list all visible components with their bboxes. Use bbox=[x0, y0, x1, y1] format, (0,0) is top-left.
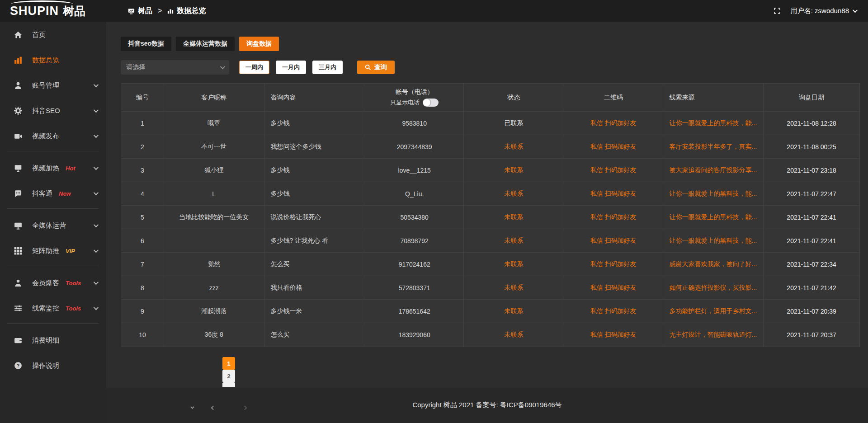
sidebar-item-lead-monitor[interactable]: 线索监控 Tools bbox=[0, 298, 106, 319]
sidebar-item-video-publish[interactable]: 视频发布 bbox=[0, 126, 106, 146]
range-week-button[interactable]: 一周内 bbox=[239, 61, 269, 74]
col-header-nickname: 客户昵称 bbox=[164, 84, 264, 112]
breadcrumb-item-home[interactable]: 树品 bbox=[128, 6, 152, 16]
logo-arc bbox=[11, 0, 73, 8]
sidebar-item-label: 账号管理 bbox=[32, 81, 59, 90]
cell-source-link[interactable]: 感谢大家喜欢我家，被问了好... bbox=[663, 253, 764, 276]
sidebar-item-data-overview[interactable]: 数据总览 bbox=[0, 50, 106, 70]
cell-date: 2021-11-07 20:37 bbox=[764, 323, 859, 347]
help-icon: ? bbox=[14, 362, 22, 370]
cell-status: 未联系 bbox=[464, 135, 564, 159]
cell-source-link[interactable]: 多功能护栏灯，适用于乡村文... bbox=[663, 300, 764, 323]
cell-inquiry: 多少钱 bbox=[264, 182, 366, 206]
cell-qr-action[interactable]: 私信 扫码加好友 bbox=[564, 276, 663, 300]
cell-qr-action[interactable]: 私信 扫码加好友 bbox=[564, 300, 663, 323]
user-menu[interactable]: 用户名: zswodun88 bbox=[791, 7, 856, 15]
cell-source-link[interactable]: 让你一眼就爱上的黑科技，能... bbox=[663, 112, 764, 135]
cell-qr-action[interactable]: 私信 扫码加好友 bbox=[564, 253, 663, 276]
chat-icon bbox=[14, 189, 22, 198]
filter-bar: 请选择 一周内 一月内 三月内 查询 bbox=[121, 60, 860, 75]
search-icon bbox=[365, 64, 371, 70]
cell-date: 2021-11-07 23:18 bbox=[764, 159, 859, 182]
cell-source-link[interactable]: 被大家追着问的客厅投影分享... bbox=[663, 159, 764, 182]
sidebar-item-omni-media[interactable]: 全媒体运营 bbox=[0, 215, 106, 236]
page-button-1[interactable]: 1 bbox=[222, 357, 235, 370]
tab-inquiry-data[interactable]: 询盘数据 bbox=[239, 37, 279, 51]
header-right: 用户名: zswodun88 bbox=[774, 7, 868, 15]
sidebar-divider bbox=[7, 266, 99, 266]
sidebar-item-label: 全媒体运营 bbox=[32, 221, 66, 230]
breadcrumb-home-label: 树品 bbox=[138, 6, 152, 16]
sidebar-item-instructions[interactable]: ? 操作说明 bbox=[0, 355, 106, 376]
cell-qr-action[interactable]: 私信 扫码加好友 bbox=[564, 323, 663, 347]
breadcrumb-item-current[interactable]: 数据总览 bbox=[167, 6, 206, 16]
sidebar-item-matrix-boost[interactable]: 矩阵助推 VIP bbox=[0, 240, 106, 261]
cell-account: love__1215 bbox=[365, 159, 464, 182]
top-header: SHUPIN 树品 树品 > 数据总览 用户名: zswodun88 bbox=[0, 0, 868, 22]
sidebar-divider bbox=[7, 151, 99, 151]
cell-qr-action[interactable]: 私信 扫码加好友 bbox=[564, 135, 663, 159]
data-tabs: 抖音seo数据 全媒体运营数据 询盘数据 bbox=[121, 37, 860, 51]
heat-screen-icon bbox=[14, 164, 22, 173]
table-row: 5当地比较能吃的一位美女说说价格让我死心50534380未联系私信 扫码加好友让… bbox=[121, 206, 859, 229]
cell-source-link[interactable]: 让你一眼就爱上的黑科技，能... bbox=[663, 229, 764, 253]
hot-badge: Hot bbox=[66, 165, 75, 172]
cell-account: 572803371 bbox=[365, 276, 464, 300]
cell-source-link[interactable]: 如何正确选择投影仪，买投影... bbox=[663, 276, 764, 300]
chevron-down-icon bbox=[220, 64, 225, 69]
cell-account: 183929060 bbox=[365, 323, 464, 347]
table-row: 6多少钱? 让我死心 看70898792未联系私信 扫码加好友让你一眼就爱上的黑… bbox=[121, 229, 859, 253]
quick-range-group: 一周内 一月内 三月内 bbox=[239, 61, 343, 74]
monitor-small-icon bbox=[128, 8, 135, 14]
filter-select[interactable]: 请选择 bbox=[121, 60, 229, 75]
tools-badge: Tools bbox=[66, 280, 81, 287]
query-button[interactable]: 查询 bbox=[357, 61, 395, 74]
bar-chart-icon bbox=[14, 56, 22, 65]
cell-source-link[interactable]: 无主灯设计，智能磁吸轨道灯... bbox=[663, 323, 764, 347]
cell-inquiry: 多少钱一米 bbox=[264, 300, 366, 323]
sidebar-item-home[interactable]: 首页 bbox=[0, 24, 106, 45]
cell-status: 未联系 bbox=[464, 323, 564, 347]
sidebar-item-video-heat[interactable]: 视频加热 Hot bbox=[0, 158, 106, 179]
cell-status: 未联系 bbox=[464, 300, 564, 323]
tab-omni-media-data[interactable]: 全媒体运营数据 bbox=[176, 37, 235, 51]
page-button-2[interactable]: 2 bbox=[222, 370, 235, 382]
sidebar-item-account-management[interactable]: 账号管理 bbox=[0, 75, 106, 96]
cell-inquiry: 我想问这个多少钱 bbox=[264, 135, 366, 159]
logo-text: SHUPIN 树品 bbox=[10, 4, 85, 19]
cell-source-link[interactable]: 客厅安装投影半年多了，真实... bbox=[663, 135, 764, 159]
cell-source-link[interactable]: 让你一眼就爱上的黑科技，能... bbox=[663, 182, 764, 206]
cell-source-link[interactable]: 让你一眼就爱上的黑科技，能... bbox=[663, 206, 764, 229]
tab-douyin-seo-data[interactable]: 抖音seo数据 bbox=[121, 37, 171, 51]
wallet-icon bbox=[14, 336, 22, 345]
cell-account: 2097344839 bbox=[365, 135, 464, 159]
sidebar-item-expense-detail[interactable]: 消费明细 bbox=[0, 330, 106, 351]
new-badge: New bbox=[59, 190, 71, 197]
sidebar-item-member-burst[interactable]: 会员爆客 Tools bbox=[0, 273, 106, 293]
cell-account: 70898792 bbox=[365, 229, 464, 253]
cell-qr-action[interactable]: 私信 扫码加好友 bbox=[564, 112, 663, 135]
range-month-button[interactable]: 一月内 bbox=[276, 61, 306, 74]
cell-qr-action[interactable]: 私信 扫码加好友 bbox=[564, 182, 663, 206]
cell-account: 9583810 bbox=[365, 112, 464, 135]
cell-inquiry: 怎么买 bbox=[264, 253, 366, 276]
cell-no: 3 bbox=[121, 159, 164, 182]
video-icon bbox=[14, 132, 22, 141]
tools-badge: Tools bbox=[66, 305, 81, 312]
cell-qr-action[interactable]: 私信 扫码加好友 bbox=[564, 229, 663, 253]
cell-no: 1 bbox=[121, 112, 164, 135]
cell-date: 2021-11-07 22:41 bbox=[764, 206, 859, 229]
cell-no: 5 bbox=[121, 206, 164, 229]
cell-account: 917024162 bbox=[365, 253, 464, 276]
cell-qr-action[interactable]: 私信 扫码加好友 bbox=[564, 206, 663, 229]
query-button-label: 查询 bbox=[374, 63, 387, 71]
fullscreen-icon[interactable] bbox=[774, 7, 781, 14]
chevron-down-icon bbox=[94, 82, 99, 87]
sidebar-item-doukotong[interactable]: 抖客通 New bbox=[0, 183, 106, 204]
sidebar-item-douyin-seo[interactable]: 抖音SEO bbox=[0, 100, 106, 121]
home-icon bbox=[14, 31, 22, 39]
cell-nickname: 潮起潮落 bbox=[164, 300, 264, 323]
cell-qr-action[interactable]: 私信 扫码加好友 bbox=[564, 159, 663, 182]
range-quarter-button[interactable]: 三月内 bbox=[312, 61, 343, 74]
phone-only-toggle[interactable] bbox=[423, 99, 439, 107]
